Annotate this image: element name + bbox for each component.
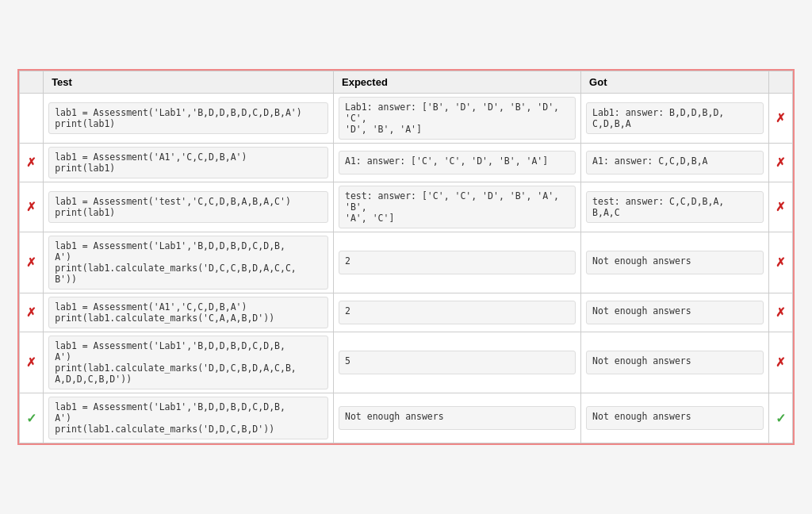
results-table: Test Expected Got lab1 = Assessment('Lab… (19, 71, 793, 443)
col-header-expected: Expected (334, 71, 581, 94)
got-cell: Not enough answers (581, 293, 769, 332)
table-row: ✗lab1 = Assessment('A1','C,C,D,B,A') pri… (20, 293, 793, 332)
test-cell: lab1 = Assessment('A1','C,C,D,B,A') prin… (44, 293, 334, 332)
test-code: lab1 = Assessment('Lab1','B,D,D,B,D,C,D,… (48, 336, 328, 389)
test-code: lab1 = Assessment('A1','C,C,D,B,A') prin… (48, 297, 328, 328)
status-left-cell: ✓ (20, 393, 44, 443)
status-left-cell: ✗ (20, 232, 44, 293)
table-row: ✗lab1 = Assessment('test','C,C,D,B,A,B,A… (20, 182, 793, 232)
status-left-cell: ✗ (20, 332, 44, 393)
expected-value: A1: answer: ['C', 'C', 'D', 'B', 'A'] (339, 151, 576, 175)
x-icon-right: ✗ (776, 255, 786, 269)
expected-value: 2 (339, 301, 576, 324)
expected-value: test: answer: ['C', 'C', 'D', 'B', 'A', … (339, 186, 576, 228)
expected-cell: Lab1: answer: ['B', 'D', 'D', 'B', 'D', … (334, 94, 581, 144)
test-code: lab1 = Assessment('Lab1','B,D,D,B,D,C,D,… (48, 236, 328, 290)
expected-cell: A1: answer: ['C', 'C', 'D', 'B', 'A'] (334, 144, 581, 182)
got-value: Lab1: answer: B,D,D,B,D, C,D,B,A (586, 102, 764, 134)
status-right-cell: ✗ (768, 144, 792, 182)
got-cell: Not enough answers (581, 332, 769, 393)
got-value: Not enough answers (586, 406, 764, 430)
got-value: Not enough answers (586, 251, 764, 274)
got-cell: Not enough answers (581, 393, 769, 443)
x-icon-right: ✗ (776, 111, 786, 125)
col-header-got: Got (581, 71, 769, 94)
test-cell: lab1 = Assessment('test','C,C,D,B,A,B,A,… (44, 182, 334, 232)
x-icon-left: ✗ (26, 155, 36, 169)
test-code: lab1 = Assessment('A1','C,C,D,B,A') prin… (48, 147, 328, 178)
x-icon-right: ✗ (776, 155, 786, 169)
x-icon-right: ✗ (776, 355, 786, 369)
got-cell: Lab1: answer: B,D,D,B,D, C,D,B,A (581, 94, 769, 144)
got-value: test: answer: C,C,D,B,A, B,A,C (586, 191, 764, 223)
status-left-cell: ✗ (20, 293, 44, 332)
got-value: Not enough answers (586, 351, 764, 374)
test-cell: lab1 = Assessment('Lab1','B,D,D,B,D,C,D,… (44, 94, 334, 144)
test-cell: lab1 = Assessment('A1','C,C,D,B,A') prin… (44, 144, 334, 182)
expected-value: Not enough answers (339, 406, 576, 430)
table-row: ✗lab1 = Assessment('Lab1','B,D,D,B,D,C,D… (20, 232, 793, 293)
x-icon-left: ✗ (26, 200, 36, 213)
check-icon-right: ✓ (776, 412, 786, 425)
x-icon-right: ✗ (776, 200, 786, 213)
status-right-cell: ✗ (768, 293, 792, 332)
x-icon-left: ✗ (26, 305, 36, 319)
test-cell: lab1 = Assessment('Lab1','B,D,D,B,D,C,D,… (44, 232, 334, 293)
status-left-cell: ✗ (20, 182, 44, 232)
expected-value: Lab1: answer: ['B', 'D', 'D', 'B', 'D', … (339, 97, 576, 140)
col-header-status-left (20, 71, 44, 94)
status-right-cell: ✗ (768, 94, 792, 144)
got-cell: test: answer: C,C,D,B,A, B,A,C (581, 182, 769, 232)
expected-cell: Not enough answers (334, 393, 581, 443)
expected-cell: 2 (334, 232, 581, 293)
status-left-cell (20, 94, 44, 144)
status-right-cell: ✗ (768, 182, 792, 232)
x-icon-right: ✗ (776, 305, 786, 319)
test-code: lab1 = Assessment('test','C,C,D,B,A,B,A,… (48, 191, 328, 223)
status-right-cell: ✓ (768, 393, 792, 443)
test-cell: lab1 = Assessment('Lab1','B,D,D,B,D,C,D,… (44, 332, 334, 393)
got-value: Not enough answers (586, 301, 764, 324)
status-right-cell: ✗ (768, 332, 792, 393)
x-icon-left: ✗ (26, 355, 36, 369)
main-container: Test Expected Got lab1 = Assessment('Lab… (17, 69, 795, 445)
expected-value: 2 (339, 251, 576, 274)
check-icon-left: ✓ (26, 412, 36, 425)
table-row: ✗lab1 = Assessment('A1','C,C,D,B,A') pri… (20, 144, 793, 182)
status-right-cell: ✗ (768, 232, 792, 293)
expected-cell: test: answer: ['C', 'C', 'D', 'B', 'A', … (334, 182, 581, 232)
test-code: lab1 = Assessment('Lab1','B,D,D,B,D,C,D,… (48, 102, 328, 134)
table-row: lab1 = Assessment('Lab1','B,D,D,B,D,C,D,… (20, 94, 793, 144)
expected-cell: 2 (334, 293, 581, 332)
x-icon-left: ✗ (26, 255, 36, 269)
table-row: ✓lab1 = Assessment('Lab1','B,D,D,B,D,C,D… (20, 393, 793, 443)
test-cell: lab1 = Assessment('Lab1','B,D,D,B,D,C,D,… (44, 393, 334, 443)
col-header-status-right (768, 71, 792, 94)
got-cell: Not enough answers (581, 232, 769, 293)
status-left-cell: ✗ (20, 144, 44, 182)
got-cell: A1: answer: C,C,D,B,A (581, 144, 769, 182)
got-value: A1: answer: C,C,D,B,A (586, 151, 764, 175)
test-code: lab1 = Assessment('Lab1','B,D,D,B,D,C,D,… (48, 397, 328, 439)
table-row: ✗lab1 = Assessment('Lab1','B,D,D,B,D,C,D… (20, 332, 793, 393)
expected-cell: 5 (334, 332, 581, 393)
col-header-test: Test (44, 71, 334, 94)
expected-value: 5 (339, 351, 576, 374)
